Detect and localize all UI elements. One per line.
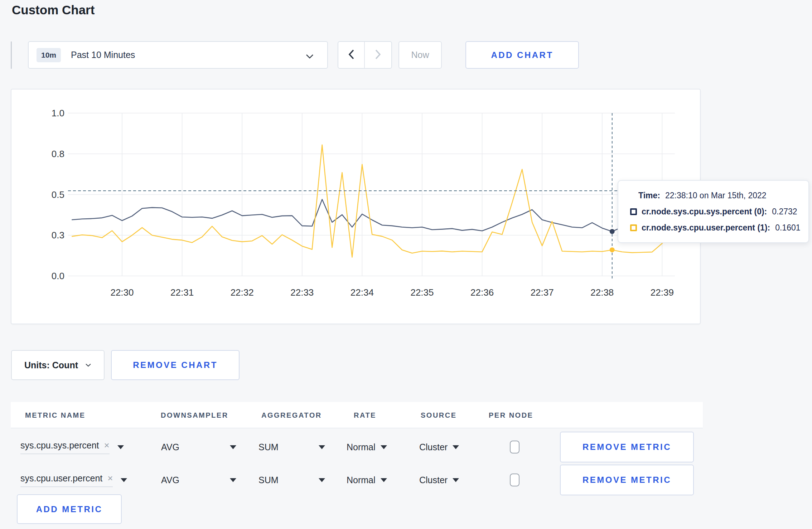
remove-metric-button[interactable]: REMOVE METRIC	[560, 432, 694, 462]
metric-row: sys.cpu.user.percent × AVG SUM Normal Cl…	[11, 464, 703, 496]
caret-down-icon	[319, 478, 325, 482]
column-header-source: SOURCE	[421, 402, 457, 428]
chart-card: 0.00.30.50.81.022:3022:3122:3222:3322:34…	[11, 89, 701, 324]
downsampler-select[interactable]: AVG	[161, 464, 236, 496]
aggregator-select[interactable]: SUM	[258, 431, 325, 464]
column-header-aggregator: AGGREGATOR	[261, 402, 322, 428]
tooltip-series-row: cr.node.sys.cpu.user.percent (1): 0.1601	[630, 223, 808, 233]
y-tick-label: 0.5	[52, 189, 64, 200]
x-tick-label: 22:35	[410, 287, 434, 298]
metric-row: sys.cpu.sys.percent × AVG SUM Normal Clu…	[11, 431, 703, 464]
x-tick-label: 22:38	[590, 287, 614, 298]
units-dropdown[interactable]: Units: Count	[11, 350, 105, 380]
chevron-left-icon	[348, 49, 354, 61]
metric-name-select[interactable]: sys.cpu.user.percent ×	[20, 473, 113, 487]
source-select[interactable]: Cluster	[419, 464, 459, 496]
caret-down-icon[interactable]	[121, 478, 127, 482]
remove-metric-button[interactable]: REMOVE METRIC	[560, 465, 694, 495]
page-title: Custom Chart	[12, 3, 95, 17]
x-tick-label: 22:36	[470, 287, 494, 298]
prev-time-button[interactable]	[338, 42, 365, 68]
series-swatch-icon	[630, 224, 637, 231]
time-range-label: Past 10 Minutes	[71, 50, 135, 60]
series-swatch-icon	[630, 208, 637, 215]
remove-chart-button[interactable]: REMOVE CHART	[111, 350, 240, 380]
toolbar-divider	[11, 42, 12, 69]
time-range-badge: 10m	[37, 48, 61, 62]
column-header-rate: RATE	[354, 402, 376, 428]
clear-icon[interactable]: ×	[104, 440, 110, 451]
series-line	[72, 145, 672, 257]
per-node-checkbox[interactable]	[510, 474, 519, 486]
time-range-dropdown[interactable]: 10m Past 10 Minutes	[28, 41, 328, 69]
y-tick-label: 1.0	[52, 108, 64, 118]
series-line	[72, 199, 672, 232]
column-header-per-node: PER NODE	[489, 402, 533, 428]
chevron-down-icon	[306, 54, 314, 60]
metrics-table-header: METRIC NAME DOWNSAMPLER AGGREGATOR RATE …	[11, 402, 703, 428]
rate-select[interactable]: Normal	[347, 464, 387, 496]
y-tick-label: 0.3	[52, 230, 64, 241]
tooltip-series-row: cr.node.sys.cpu.sys.percent (0): 0.2732	[630, 207, 808, 217]
add-chart-button[interactable]: ADD CHART	[465, 41, 579, 69]
caret-down-icon[interactable]	[117, 445, 124, 449]
now-button[interactable]: Now	[398, 41, 442, 69]
chevron-down-icon	[85, 362, 91, 368]
custom-chart-page: Custom Chart 10m Past 10 Minutes Now ADD…	[0, 0, 812, 529]
caret-down-icon	[453, 478, 459, 482]
y-tick-label: 0.8	[52, 149, 64, 159]
caret-down-icon	[381, 478, 387, 482]
metric-name-select[interactable]: sys.cpu.sys.percent ×	[20, 440, 110, 454]
downsampler-select[interactable]: AVG	[161, 431, 236, 464]
caret-down-icon	[230, 478, 236, 482]
next-time-button[interactable]	[365, 42, 391, 68]
y-tick-label: 0.0	[52, 271, 64, 281]
caret-down-icon	[453, 445, 459, 449]
aggregator-select[interactable]: SUM	[258, 464, 325, 496]
x-tick-label: 22:31	[170, 287, 194, 298]
x-tick-label: 22:30	[110, 287, 134, 298]
rate-select[interactable]: Normal	[347, 431, 387, 464]
source-select[interactable]: Cluster	[419, 431, 459, 464]
x-tick-label: 22:33	[290, 287, 314, 298]
x-tick-label: 22:32	[231, 287, 254, 298]
column-header-metric-name: METRIC NAME	[25, 402, 86, 428]
x-tick-label: 22:34	[351, 287, 374, 298]
caret-down-icon	[230, 445, 236, 449]
chart-tooltip: Time:22:38:10 on Mar 15th, 2022 cr.node.…	[618, 180, 809, 243]
column-header-downsampler: DOWNSAMPLER	[161, 402, 228, 428]
hover-dot	[610, 247, 615, 252]
caret-down-icon	[319, 445, 325, 449]
add-metric-button[interactable]: ADD METRIC	[17, 494, 122, 524]
chevron-right-icon	[375, 49, 381, 61]
hover-dot	[610, 229, 615, 234]
clear-icon[interactable]: ×	[107, 473, 113, 484]
per-node-checkbox[interactable]	[510, 441, 519, 453]
x-tick-label: 22:39	[651, 287, 674, 298]
timeseries-chart[interactable]: 0.00.30.50.81.022:3022:3122:3222:3322:34…	[11, 89, 700, 324]
x-tick-label: 22:37	[531, 287, 554, 298]
tooltip-time: Time:22:38:10 on Mar 15th, 2022	[638, 191, 808, 200]
caret-down-icon	[381, 445, 387, 449]
time-nav-group	[338, 41, 392, 69]
